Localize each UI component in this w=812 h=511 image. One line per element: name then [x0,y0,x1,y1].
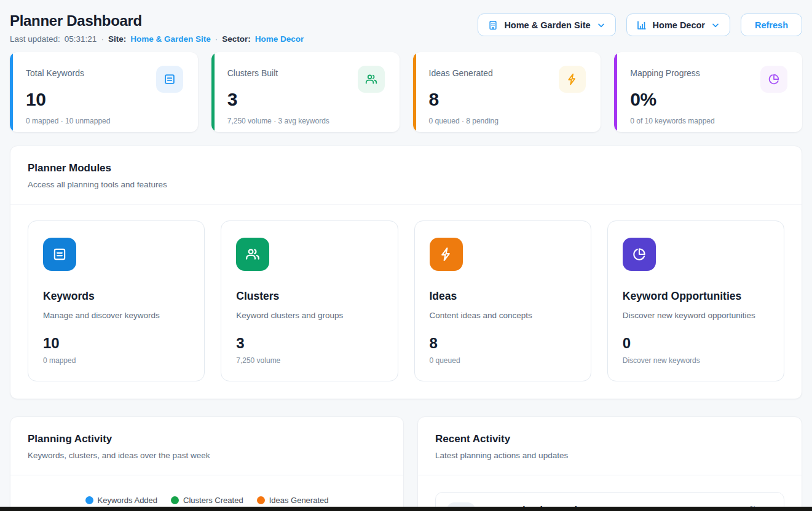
page-header: Planner Dashboard Last updated: 05:31:21… [10,0,802,44]
legend-item-keywords-added: Keywords Added [85,496,158,505]
accent-bar [211,52,215,132]
module-value: 8 [430,335,576,352]
legend-item-ideas-generated: Ideas Generated [257,496,329,505]
bar-chart-icon [636,20,647,31]
module-caption: 0 queued [430,356,576,365]
module-title: Keywords [43,290,189,303]
stat-value: 3 [227,89,385,110]
modules-title: Planner Modules [28,162,784,174]
refresh-button[interactable]: Refresh [741,14,802,36]
module-description: Discover new keyword opportunities [623,311,769,320]
stats-row: Total Keywords 10 0 mapped · 10 unmapped… [10,52,802,132]
modules-grid: Keywords Manage and discover keywords 10… [10,205,802,399]
stat-card-total-keywords: Total Keywords 10 0 mapped · 10 unmapped [10,52,198,132]
module-caption: 0 mapped [43,356,189,365]
legend-label: Clusters Created [183,496,243,505]
planner-modules-panel: Planner Modules Access all planning tool… [10,146,802,399]
legend-item-clusters-created: Clusters Created [171,496,243,505]
planner-dashboard-page: Planner Dashboard Last updated: 05:31:21… [0,0,812,511]
stat-card-ideas-generated: Ideas Generated 8 0 queued · 8 pending [413,52,601,132]
stat-value: 10 [26,89,183,110]
stat-label: Ideas Generated [429,66,493,78]
site-label: Site: [108,34,126,44]
accent-bar [413,52,416,132]
module-caption: 7,250 volume [236,356,382,365]
modules-subtitle: Access all planning tools and features [28,180,784,189]
module-description: Manage and discover keywords [43,311,189,320]
stat-caption: 0 mapped · 10 unmapped [26,117,183,125]
stat-value: 0% [630,89,787,110]
legend-label: Ideas Generated [269,496,329,505]
module-card-keywords[interactable]: Keywords Manage and discover keywords 10… [28,220,205,381]
site-link[interactable]: Home & Garden Site [130,34,211,44]
legend-dot [85,496,93,504]
last-updated-value: 05:31:21 [65,34,97,44]
planning-activity-panel: Planning Activity Keywords, clusters, an… [10,416,404,511]
pie-chart-icon [760,66,787,93]
chart-legend: Keywords Added Clusters Created Ideas Ge… [10,496,403,505]
lightning-icon [430,238,463,271]
stat-caption: 7,250 volume · 3 avg keywords [227,117,385,125]
legend-label: Keywords Added [98,496,158,505]
module-card-ideas[interactable]: Ideas Content ideas and concepts 8 0 que… [414,220,591,381]
module-caption: Discover new keywords [623,356,769,365]
pie-chart-icon [623,238,656,271]
legend-dot [257,496,265,504]
module-description: Content ideas and concepts [430,311,576,320]
meta-separator: · [101,34,104,44]
stat-card-clusters-built: Clusters Built 3 7,250 volume · 3 avg ke… [211,52,400,132]
sector-selector-label: Home Decor [653,20,705,30]
accent-bar [10,52,13,132]
site-selector-dropdown[interactable]: Home & Garden Site [478,14,615,36]
document-lines-icon [43,238,76,271]
stat-card-mapping-progress: Mapping Progress 0% 0 of 10 keywords map… [614,52,802,132]
stat-label: Clusters Built [227,66,278,78]
module-title: Clusters [236,290,382,303]
sector-label: Sector: [222,34,251,44]
module-value: 10 [43,335,189,352]
chevron-down-icon [596,20,606,30]
module-card-keyword-opportunities[interactable]: Keyword Opportunities Discover new keywo… [607,220,784,381]
users-icon [236,238,269,271]
accent-bar [614,52,617,132]
stat-caption: 0 queued · 8 pending [429,117,586,125]
recent-activity-subtitle: Latest planning actions and updates [435,451,784,460]
module-title: Ideas [430,290,576,303]
legend-dot [171,496,179,504]
bottom-row: Planning Activity Keywords, clusters, an… [10,416,802,511]
meta-separator: · [215,34,218,44]
module-description: Keyword clusters and groups [236,311,382,320]
module-card-clusters[interactable]: Clusters Keyword clusters and groups 3 7… [221,220,398,381]
lightning-icon [559,66,586,93]
last-updated-label: Last updated: [10,34,60,44]
sector-link[interactable]: Home Decor [255,34,304,44]
recent-activity-title: Recent Activity [435,433,784,445]
users-icon [358,66,385,93]
bottom-edge-bar [0,507,812,511]
header-left: Planner Dashboard Last updated: 05:31:21… [10,12,304,44]
module-title: Keyword Opportunities [623,290,769,303]
header-controls: Home & Garden Site Home Decor Refresh [478,14,802,36]
header-meta: Last updated: 05:31:21 · Site: Home & Ga… [10,34,304,44]
module-value: 0 [623,335,769,352]
site-selector-label: Home & Garden Site [504,20,590,30]
sector-selector-dropdown[interactable]: Home Decor [626,14,730,36]
stat-label: Total Keywords [26,66,84,78]
stat-label: Mapping Progress [630,66,700,78]
building-icon [487,20,499,31]
divider [10,475,403,475]
module-value: 3 [236,335,382,352]
document-lines-icon [156,66,183,93]
stat-value: 8 [429,89,586,110]
planning-activity-title: Planning Activity [28,433,386,445]
page-title: Planner Dashboard [10,12,304,29]
planning-activity-subtitle: Keywords, clusters, and ideas over the p… [28,451,386,460]
chevron-down-icon [711,20,720,30]
recent-activity-panel: Recent Activity Latest planning actions … [417,416,802,511]
stat-caption: 0 of 10 keywords mapped [630,117,787,125]
